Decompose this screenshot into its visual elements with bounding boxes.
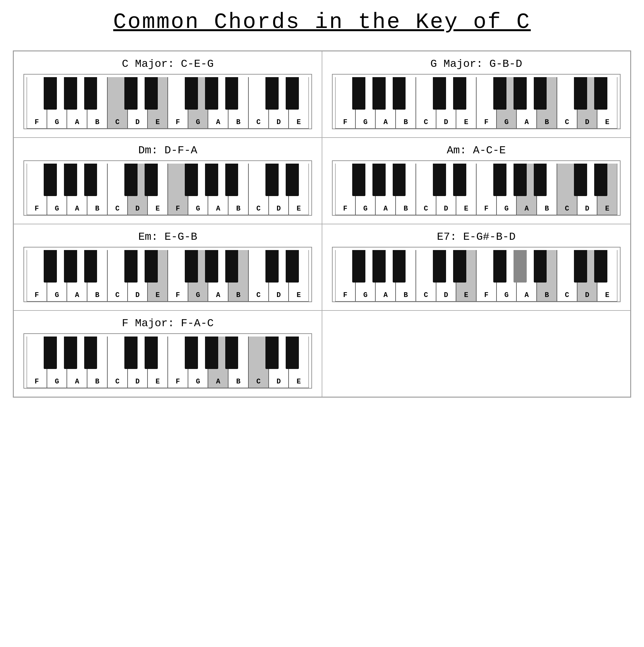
white-key-D2-am: D: [577, 164, 597, 215]
white-key-F0-c-major: F: [27, 77, 47, 129]
white-key-C1-em: C: [107, 250, 128, 301]
white-key-D2-c-major: D: [269, 77, 289, 129]
white-key-D1-dm: D: [128, 164, 148, 215]
chord-cell-c-major: C Major: C-E-GFGABCDEFGABCDE: [13, 51, 322, 138]
white-key-C1-e7: C: [416, 250, 436, 301]
white-key-E2-e7: E: [597, 250, 617, 301]
piano-wrapper-am: FGABCDEFGABCDE: [332, 160, 621, 216]
white-key-A0-am: A: [375, 164, 396, 215]
white-key-C1-g-major: C: [416, 77, 436, 129]
white-key-E2-em: E: [289, 250, 309, 301]
white-key-D2-e7: D: [577, 250, 597, 301]
white-key-G0-f-major: G: [47, 337, 67, 388]
white-key-F2-c-major: F: [168, 77, 188, 129]
white-key-C1-am: C: [416, 164, 436, 215]
white-key-E1-am: E: [456, 164, 476, 215]
white-key-D1-c-major: D: [128, 77, 148, 129]
white-key-E2-am: E: [597, 164, 617, 215]
white-key-E1-f-major: E: [147, 337, 168, 388]
white-key-E1-em: E: [147, 250, 168, 301]
white-key-A1-em: A: [208, 250, 228, 301]
white-key-F2-am: F: [476, 164, 497, 215]
white-key-C2-em: C: [248, 250, 269, 301]
white-key-C2-c-major: C: [248, 77, 269, 129]
white-key-A0-e7: A: [375, 250, 396, 301]
white-key-A0-c-major: A: [67, 77, 87, 129]
white-key-F2-f-major: F: [168, 337, 188, 388]
white-key-C2-am: C: [557, 164, 577, 215]
piano-wrapper-g-major: FGABCDEFGABCDE: [332, 74, 621, 129]
piano-wrapper-c-major: FGABCDEFGABCDE: [23, 74, 312, 129]
white-key-A1-c-major: A: [208, 77, 228, 129]
white-key-G1-g-major: G: [497, 77, 517, 129]
white-key-E1-g-major: E: [456, 77, 476, 129]
white-key-E2-dm: E: [289, 164, 309, 215]
white-key-C1-dm: C: [107, 164, 128, 215]
white-key-B1-em: B: [228, 250, 248, 301]
chord-cell-e7: E7: E-G#-B-DFGABCDEFGABCDE: [322, 224, 631, 310]
white-key-B0-e7: B: [396, 250, 416, 301]
white-key-F0-g-major: F: [335, 77, 355, 129]
white-key-G1-dm: G: [188, 164, 208, 215]
white-key-B1-g-major: B: [536, 77, 557, 129]
chord-title-g-major: G Major: G-B-D: [332, 58, 621, 70]
white-key-D1-am: D: [436, 164, 456, 215]
piano-wrapper-dm: FGABCDEFGABCDE: [23, 160, 312, 216]
white-key-D1-g-major: D: [436, 77, 456, 129]
chord-title-f-major: F Major: F-A-C: [23, 317, 312, 330]
white-key-C2-e7: C: [557, 250, 577, 301]
white-key-B0-f-major: B: [87, 337, 107, 388]
white-key-E1-e7: E: [456, 250, 476, 301]
white-key-G1-c-major: G: [188, 77, 208, 129]
white-key-B1-dm: B: [228, 164, 248, 215]
white-key-E2-g-major: E: [597, 77, 617, 129]
piano-wrapper-e7: FGABCDEFGABCDE: [332, 247, 621, 302]
white-key-D1-em: D: [128, 250, 148, 301]
white-key-E2-c-major: E: [289, 77, 309, 129]
white-key-G1-am: G: [497, 164, 517, 215]
white-key-F0-dm: F: [27, 164, 47, 215]
white-key-B0-c-major: B: [87, 77, 107, 129]
white-key-B0-em: B: [87, 250, 107, 301]
white-key-A1-am: A: [516, 164, 536, 215]
white-key-D1-e7: D: [436, 250, 456, 301]
white-key-F0-f-major: F: [27, 337, 47, 388]
piano-wrapper-em: FGABCDEFGABCDE: [23, 247, 312, 302]
chord-cell-f-major: F Major: F-A-CFGABCDEFGABCDE: [13, 310, 322, 397]
chord-title-am: Am: A-C-E: [332, 144, 621, 156]
white-key-C2-g-major: C: [557, 77, 577, 129]
white-key-F0-e7: F: [335, 250, 355, 301]
white-key-D2-g-major: D: [577, 77, 597, 129]
white-key-F2-em: F: [168, 250, 188, 301]
white-key-C1-f-major: C: [107, 337, 128, 388]
white-key-C1-c-major: C: [107, 77, 128, 129]
white-key-B1-f-major: B: [228, 337, 248, 388]
white-key-G1-em: G: [188, 250, 208, 301]
white-key-G0-e7: G: [355, 250, 376, 301]
white-key-B0-dm: B: [87, 164, 107, 215]
chord-grid: C Major: C-E-GFGABCDEFGABCDEG Major: G-B…: [13, 51, 631, 398]
white-key-D2-em: D: [269, 250, 289, 301]
white-key-C2-dm: C: [248, 164, 269, 215]
white-key-D1-f-major: D: [128, 337, 148, 388]
white-key-A0-dm: A: [67, 164, 87, 215]
white-key-A0-f-major: A: [67, 337, 87, 388]
page-title: Common Chords in the Key of C: [13, 10, 631, 34]
white-key-G0-g-major: G: [355, 77, 376, 129]
white-key-A1-e7: A: [516, 250, 536, 301]
white-key-D2-f-major: D: [269, 337, 289, 388]
white-key-B0-am: B: [396, 164, 416, 215]
white-key-E1-c-major: E: [147, 77, 168, 129]
white-key-D2-dm: D: [269, 164, 289, 215]
chord-cell-am: Am: A-C-EFGABCDEFGABCDE: [322, 138, 631, 224]
white-key-B1-e7: B: [536, 250, 557, 301]
white-key-E2-f-major: E: [289, 337, 309, 388]
white-key-F2-e7: F: [476, 250, 497, 301]
white-key-G0-am: G: [355, 164, 376, 215]
white-key-E1-dm: E: [147, 164, 168, 215]
white-key-A0-em: A: [67, 250, 87, 301]
chord-title-dm: Dm: D-F-A: [23, 144, 312, 156]
chord-cell-empty: [322, 310, 631, 397]
chord-cell-g-major: G Major: G-B-DFGABCDEFGABCDE: [322, 51, 631, 138]
white-key-B1-am: B: [536, 164, 557, 215]
